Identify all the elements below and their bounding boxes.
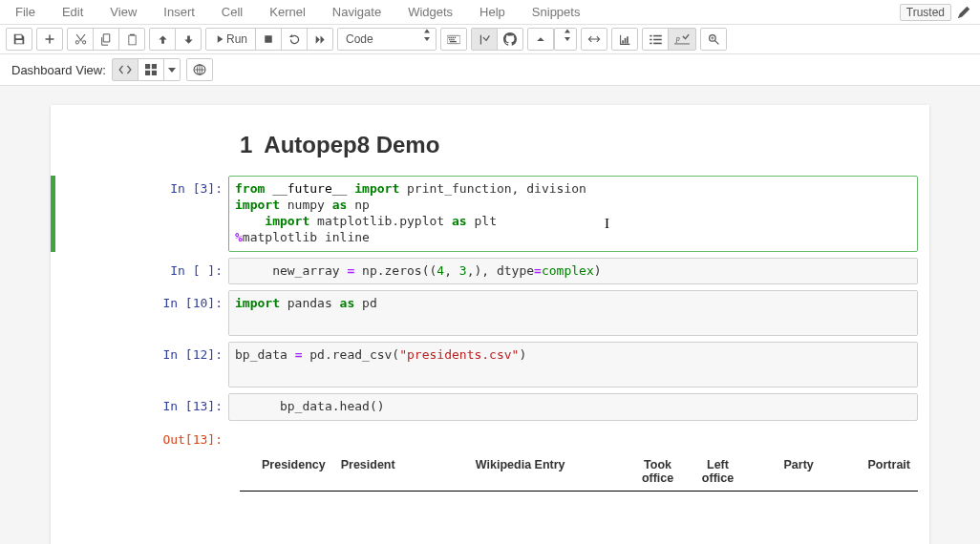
table-header: Presidency [240, 452, 333, 491]
nav-select[interactable] [554, 28, 577, 51]
svg-rect-0 [265, 35, 272, 43]
move-up-button[interactable] [149, 28, 176, 51]
menu-widgets[interactable]: Widgets [394, 1, 466, 23]
cell-input-area[interactable]: import pandas as pd [228, 290, 918, 336]
variable-inspector-button[interactable] [700, 28, 727, 51]
svg-rect-10 [622, 40, 624, 43]
svg-rect-16 [653, 38, 662, 40]
interrupt-button[interactable] [255, 28, 282, 51]
menu-insert[interactable]: Insert [150, 1, 208, 23]
cell-input-prompt: In [10]: [51, 290, 228, 336]
expand-button[interactable] [581, 28, 607, 51]
menu-snippets[interactable]: Snippets [519, 1, 594, 23]
output-prompt-row: Out[13]: [51, 427, 918, 447]
menu-help[interactable]: Help [466, 1, 519, 23]
output-table: Presidency President Wikipedia Entry Too… [240, 452, 918, 492]
format-button[interactable]: p [668, 28, 696, 51]
menu-file[interactable]: File [2, 1, 49, 23]
cell-output-prompt: Out[13]: [51, 427, 228, 447]
nav-up-button[interactable] [527, 28, 554, 51]
cell-input-prompt: In [ ]: [51, 258, 228, 285]
dashboard-preview-button[interactable] [186, 58, 213, 81]
cell-input-prompt: In [12]: [51, 342, 228, 387]
notebook-paper: 1Autopep8 Demo In [3]:from __future__ im… [51, 105, 929, 544]
notebook-canvas: 1Autopep8 Demo In [3]:from __future__ im… [0, 86, 980, 544]
cell-input-area[interactable]: from __future__ import print_function, d… [228, 176, 918, 252]
svg-rect-22 [152, 64, 157, 69]
table-header: Portrait [849, 452, 918, 491]
code-cell[interactable]: In [ ]: new_array = np.zeros((4, 3,), dt… [51, 258, 918, 285]
code-cell[interactable]: In [12]:bp_data = pd.read_csv("president… [51, 342, 918, 387]
restart-run-all-button[interactable] [307, 28, 333, 51]
menu-kernel[interactable]: Kernel [256, 1, 319, 23]
svg-rect-8 [453, 38, 454, 39]
paste-button[interactable] [118, 28, 145, 51]
pencil-icon[interactable] [955, 4, 972, 21]
list-button[interactable] [642, 28, 669, 51]
svg-text:p: p [675, 34, 680, 43]
cell-input-prompt: In [13]: [51, 393, 228, 421]
autopep-selected-button[interactable] [471, 28, 498, 51]
dashboard-dropdown-button[interactable] [163, 58, 181, 81]
github-button[interactable] [497, 28, 523, 51]
svg-rect-24 [152, 71, 157, 75]
menubar: File Edit View Insert Cell Kernel Naviga… [0, 0, 980, 25]
svg-rect-2 [448, 36, 449, 37]
table-header: Party [748, 452, 849, 491]
code-cell[interactable]: In [3]:from __future__ import print_func… [51, 176, 918, 252]
cut-button[interactable] [67, 28, 94, 51]
save-button[interactable] [6, 28, 32, 51]
copy-button[interactable] [93, 28, 119, 51]
table-header: Left office [688, 452, 748, 491]
svg-rect-14 [653, 34, 662, 36]
table-header: Wikipedia Entry [468, 452, 628, 491]
menu-edit[interactable]: Edit [49, 1, 96, 23]
code-cell[interactable]: In [10]:import pandas as pd [51, 290, 918, 336]
table-header: President [333, 452, 468, 491]
add-cell-button[interactable] [36, 28, 63, 51]
svg-rect-9 [450, 40, 457, 41]
cell-input-area[interactable]: bp_data = pd.read_csv("presidents.csv") [228, 342, 918, 387]
move-down-button[interactable] [175, 28, 202, 51]
dashboard-grid-button[interactable] [138, 58, 164, 81]
menu-view[interactable]: View [96, 1, 150, 23]
svg-rect-4 [453, 36, 454, 37]
svg-rect-3 [451, 36, 452, 37]
restart-button[interactable] [281, 28, 308, 51]
toolbar: Run Code [0, 25, 980, 54]
cell-input-prompt: In [3]: [51, 176, 228, 252]
dashboard-code-button[interactable] [112, 58, 138, 81]
cell-input-area[interactable]: new_array = np.zeros((4, 3,), dtype=comp… [228, 258, 918, 285]
command-palette-button[interactable] [440, 28, 467, 51]
svg-rect-17 [650, 42, 651, 44]
svg-rect-6 [449, 38, 450, 39]
svg-rect-11 [624, 37, 626, 43]
run-button[interactable]: Run [205, 28, 256, 51]
menu-navigate[interactable]: Navigate [319, 1, 394, 23]
svg-rect-18 [653, 42, 662, 44]
table-header-row: Presidency President Wikipedia Entry Too… [240, 452, 918, 492]
svg-rect-15 [650, 38, 651, 40]
svg-rect-13 [650, 34, 651, 36]
svg-rect-5 [455, 36, 456, 37]
trusted-indicator[interactable]: Trusted [900, 4, 951, 21]
dashboard-bar: Dashboard View: [0, 54, 980, 86]
cell-input-area[interactable]: bp_data.head() [228, 393, 918, 421]
svg-rect-21 [145, 64, 150, 69]
svg-rect-12 [627, 36, 628, 43]
svg-rect-23 [145, 71, 150, 75]
page-title: 1Autopep8 Demo [240, 132, 929, 158]
table-header: Took office [628, 452, 688, 491]
svg-rect-7 [451, 38, 452, 39]
code-cell[interactable]: In [13]: bp_data.head() [51, 393, 918, 421]
chart-button[interactable] [611, 28, 638, 51]
menu-cell[interactable]: Cell [208, 1, 256, 23]
dashboard-label: Dashboard View: [11, 63, 106, 77]
cell-type-select[interactable]: Code [337, 28, 437, 51]
